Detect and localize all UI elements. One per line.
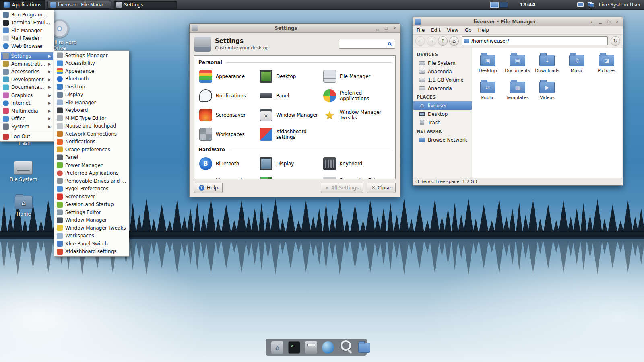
desktop-icon-file-system[interactable]: File System — [3, 158, 43, 182]
file-manager-titlebar[interactable]: liveuser - File Manager ▴ ▁ ▢ ✕ — [413, 17, 623, 26]
settings-tile-screensaver[interactable]: Screensaver — [199, 107, 260, 123]
submenu-item-display[interactable]: Display — [55, 91, 128, 99]
sidebar-item-trash[interactable]: Trash — [413, 118, 472, 127]
menu-file[interactable]: File — [417, 27, 425, 33]
sidebar-item-volume[interactable]: 1.1 GB Volume — [413, 76, 472, 84]
folder-public[interactable]: Public — [473, 78, 503, 102]
folder-templates[interactable]: Templates — [503, 78, 533, 102]
submenu-item-mime-type-editor[interactable]: MIME Type Editor — [55, 114, 128, 122]
submenu-item-workspaces[interactable]: Workspaces — [55, 232, 128, 240]
settings-tile-power-manager[interactable]: Power Manager — [260, 175, 323, 179]
web-browser-icon[interactable] — [322, 341, 334, 354]
submenu-item-session-startup[interactable]: Session and Startup — [55, 201, 128, 209]
minimize-icon[interactable]: ▁ — [374, 25, 381, 31]
all-settings-button[interactable]: « All Settings — [321, 183, 363, 193]
taskbar-button-file-manager[interactable]: liveuser - File Manager — [47, 1, 111, 9]
settings-tile-xfdashboard[interactable]: Xfdashboard settings — [260, 127, 323, 142]
menu-item-mail-reader[interactable]: Mail Reader — [1, 35, 53, 43]
settings-tile-mouse-touchpad[interactable]: Mouse and Touchpad — [199, 175, 260, 179]
submenu-item-removable-drives[interactable]: Removable Drives and Media — [55, 177, 128, 185]
menu-help[interactable]: Help — [478, 27, 489, 33]
settings-tile-display[interactable]: Display — [260, 156, 323, 171]
settings-tile-window-manager[interactable]: Window Manager — [260, 107, 323, 123]
folder-videos[interactable]: Videos — [533, 78, 562, 102]
search-icon[interactable] — [388, 42, 391, 45]
menu-item-office[interactable]: Office ▶ — [1, 115, 53, 123]
terminal-icon[interactable] — [288, 341, 300, 354]
submenu-item-desktop[interactable]: Desktop — [55, 83, 128, 91]
close-icon[interactable]: ✕ — [614, 19, 621, 25]
submenu-item-mouse-touchpad[interactable]: Mouse and Touchpad — [55, 122, 128, 130]
settings-tile-removable-drives[interactable]: Removable Drives and Media — [323, 175, 391, 179]
menu-item-development[interactable]: Development ▶ — [1, 76, 53, 84]
settings-tile-panel[interactable]: Panel — [260, 88, 323, 103]
maximize-icon[interactable]: ▢ — [383, 25, 390, 31]
sidebar-item-desktop[interactable]: Desktop — [413, 110, 472, 118]
close-icon[interactable]: ✕ — [391, 25, 398, 31]
settings-tile-desktop[interactable]: Desktop — [260, 69, 323, 84]
sidebar-item-file-system[interactable]: File System — [413, 59, 472, 67]
settings-window-titlebar[interactable]: Settings ▁ ▢ ✕ — [190, 24, 400, 33]
menu-view[interactable]: View — [447, 27, 458, 33]
submenu-item-xfdashboard-settings[interactable]: Xfdashboard settings — [55, 248, 128, 256]
submenu-item-panel[interactable]: Panel — [55, 154, 128, 162]
submenu-item-notifications[interactable]: Notifications — [55, 138, 128, 146]
folder-pictures[interactable]: Pictures — [592, 51, 621, 75]
folder-downloads[interactable]: Downloads — [533, 51, 562, 75]
workspace-2[interactable] — [500, 2, 508, 8]
menu-item-file-manager[interactable]: File Manager — [1, 27, 53, 35]
display-icon[interactable] — [577, 2, 584, 7]
taskbar-button-settings[interactable]: Settings — [114, 1, 177, 9]
submenu-item-appearance[interactable]: Appearance — [55, 67, 128, 75]
menu-item-internet[interactable]: Internet ▶ — [1, 99, 53, 107]
submenu-item-screensaver[interactable]: Screensaver — [55, 193, 128, 201]
reload-icon[interactable]: ↻ — [611, 36, 620, 46]
folder-desktop[interactable]: Desktop — [473, 51, 503, 75]
search-icon[interactable] — [339, 339, 353, 354]
menu-item-graphics[interactable]: Graphics ▶ — [1, 91, 53, 99]
printer-icon[interactable] — [305, 341, 317, 354]
applications-menu-button[interactable]: Applications — [0, 0, 45, 10]
sidebar-item-anaconda-2[interactable]: Anaconda — [413, 84, 472, 93]
home-icon[interactable]: ⌂ — [449, 36, 459, 46]
submenu-item-window-manager-tweaks[interactable]: Window Manager Tweaks — [55, 224, 128, 232]
folder-music[interactable]: Music — [562, 51, 592, 75]
up-icon[interactable]: ↑ — [438, 36, 448, 46]
submenu-item-settings-editor[interactable]: Settings Editor — [55, 208, 128, 216]
menu-edit[interactable]: Edit — [431, 27, 440, 33]
network-icon[interactable] — [588, 2, 594, 7]
submenu-item-window-manager[interactable]: Window Manager — [55, 216, 128, 224]
desktop-icon-home[interactable]: Home — [4, 194, 44, 217]
settings-tile-file-manager[interactable]: File Manager — [323, 69, 391, 84]
settings-tile-preferred-applications[interactable]: Preferred Applications — [323, 88, 391, 103]
submenu-item-rygel-preferences[interactable]: Rygel Preferences — [55, 185, 128, 193]
settings-tile-appearance[interactable]: Appearance — [199, 69, 260, 84]
settings-tile-notifications[interactable]: Notifications — [199, 88, 260, 103]
menu-item-system[interactable]: System ▶ — [1, 123, 53, 131]
maximize-icon[interactable]: ▢ — [605, 19, 612, 25]
settings-tile-workspaces[interactable]: Workspaces — [199, 127, 260, 142]
menu-item-terminal[interactable]: Terminal Emulator — [1, 19, 53, 27]
folder-documents[interactable]: Documents — [503, 51, 533, 75]
menu-item-multimedia[interactable]: Multimedia ▶ — [1, 107, 53, 115]
sidebar-item-browse-network[interactable]: Browse Network — [413, 136, 472, 144]
file-manager-icon[interactable] — [271, 341, 283, 354]
menu-item-accessories[interactable]: Accessories ▶ — [1, 68, 53, 76]
menu-item-log-out[interactable]: Log Out — [1, 133, 53, 141]
menu-item-run-program[interactable]: Run Program... — [1, 11, 53, 19]
shade-icon[interactable]: ▴ — [588, 19, 595, 25]
menu-item-administration[interactable]: Administration ▶ — [1, 60, 53, 68]
menu-item-documentation[interactable]: Documentation ▶ — [1, 84, 53, 92]
menu-item-settings[interactable]: Settings ▶ — [1, 52, 53, 60]
search-input[interactable] — [342, 41, 388, 47]
workspace-1[interactable] — [490, 2, 499, 8]
submenu-item-accessibility[interactable]: Accessibility — [55, 60, 128, 68]
clock[interactable]: 18:44 — [520, 2, 535, 8]
forward-icon[interactable]: → — [427, 36, 436, 46]
menu-item-web-browser[interactable]: Web Browser — [1, 42, 53, 50]
sidebar-item-anaconda-1[interactable]: Anaconda — [413, 67, 472, 76]
submenu-item-network-connections[interactable]: Network Connections — [55, 130, 128, 138]
settings-tile-bluetooth[interactable]: Bluetooth — [199, 156, 260, 171]
back-icon[interactable]: ← — [415, 36, 425, 46]
settings-tile-window-manager-tweaks[interactable]: Window Manager Tweaks — [323, 107, 391, 123]
